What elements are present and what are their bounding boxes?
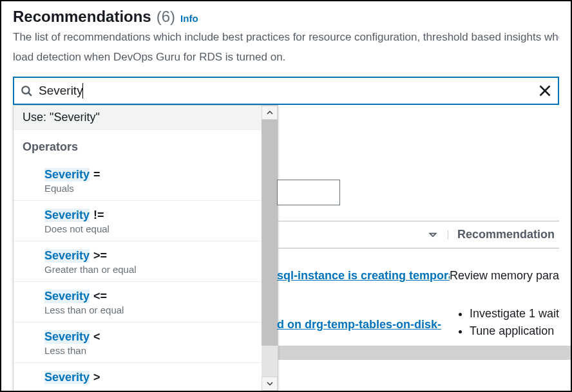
operator-symbol: >= (93, 249, 107, 263)
svg-line-1 (28, 93, 32, 97)
detection-link[interactable]: sql-instance is creating tempora (277, 269, 450, 282)
detection-link[interactable]: d on drg-temp-tables-on-disk- (277, 318, 441, 331)
scroll-track[interactable] (262, 120, 278, 377)
text-caret (82, 83, 83, 98)
operator-field: Severity (44, 290, 90, 303)
operator-item-not-equals[interactable]: Severity!= Does not equal (14, 201, 262, 241)
page-header: Recommendations (6) Info The list of rec… (1, 1, 571, 65)
table-header-row: Recommendation (277, 221, 559, 248)
operator-field: Severity (44, 209, 90, 222)
operator-symbol: = (93, 168, 100, 182)
scroll-thumb[interactable] (262, 120, 278, 346)
operator-symbol: < (93, 330, 100, 344)
table-body: sql-instance is creating tempora Review … (277, 248, 559, 359)
row-detection: d on drg-temp-tables-on-disk- (277, 318, 454, 331)
search-icon (21, 85, 32, 97)
operator-item-gte[interactable]: Severity>= Greater than or equal (14, 241, 262, 282)
operator-desc: Less than or equal (44, 304, 253, 315)
operator-item-equals[interactable]: Severity= Equals (14, 160, 262, 201)
recommendation-list: Investigate 1 wait Tune application (454, 307, 559, 338)
operator-symbol: > (93, 371, 100, 384)
operator-field: Severity (44, 371, 90, 384)
operator-item-gt[interactable]: Severity> (14, 363, 262, 391)
scroll-up-arrow[interactable] (262, 106, 278, 120)
search-container: Severity Use: "Severity" Operators Sever… (13, 77, 559, 105)
sort-icon (428, 230, 437, 239)
page-subtitle-line2: load detection when DevOps Guru for RDS … (13, 50, 559, 66)
filter-select-box[interactable] (277, 180, 340, 205)
recommendations-table: Recommendation sql-instance is creating … (277, 221, 559, 359)
operator-field: Severity (44, 249, 90, 263)
search-input-box[interactable]: Severity (13, 77, 559, 105)
chevron-up-icon (267, 109, 273, 116)
column-1-header[interactable] (277, 230, 448, 239)
operator-field: Severity (44, 330, 90, 344)
clear-icon[interactable] (539, 84, 551, 97)
scroll-down-arrow[interactable] (262, 377, 278, 391)
search-input[interactable]: Severity (32, 83, 539, 98)
table-row: sql-instance is creating tempora Review … (277, 261, 559, 299)
title-row: Recommendations (6) Info (13, 8, 559, 26)
chevron-down-icon (267, 380, 273, 387)
column-2-header[interactable]: Recommendation (457, 228, 555, 241)
row-detection: sql-instance is creating tempora (277, 269, 450, 283)
row-recommendation: Review memory para (450, 269, 559, 283)
dropdown-content: Use: "Severity" Operators Severity= Equa… (14, 106, 262, 391)
search-value: Severity (39, 84, 83, 98)
list-item: Investigate 1 wait (470, 307, 559, 321)
operator-desc: Greater than or equal (44, 264, 253, 275)
operator-desc: Does not equal (44, 223, 253, 234)
page-subtitle-line1: The list of recommendations which includ… (13, 30, 559, 46)
page-title: Recommendations (13, 8, 151, 26)
svg-point-0 (22, 87, 29, 94)
table-row: d on drg-temp-tables-on-disk- Investigat… (277, 299, 559, 359)
operator-item-lte[interactable]: Severity<= Less than or equal (14, 282, 262, 322)
list-item: Tune application (470, 324, 559, 338)
operators-section-label: Operators (14, 130, 262, 160)
info-link[interactable]: Info (180, 13, 198, 24)
dropdown-scrollbar[interactable] (262, 106, 278, 391)
use-suggestion[interactable]: Use: "Severity" (14, 106, 262, 130)
operator-desc: Equals (44, 183, 253, 194)
page-count: (6) (157, 8, 175, 26)
row-recommendation: Investigate 1 wait Tune application (454, 307, 559, 342)
operator-field: Severity (44, 168, 90, 182)
operator-item-lt[interactable]: Severity< Less than (14, 322, 262, 363)
search-dropdown: Use: "Severity" Operators Severity= Equa… (13, 105, 278, 391)
operator-symbol: != (93, 209, 104, 222)
operator-symbol: <= (93, 290, 107, 303)
operator-desc: Less than (44, 345, 253, 356)
